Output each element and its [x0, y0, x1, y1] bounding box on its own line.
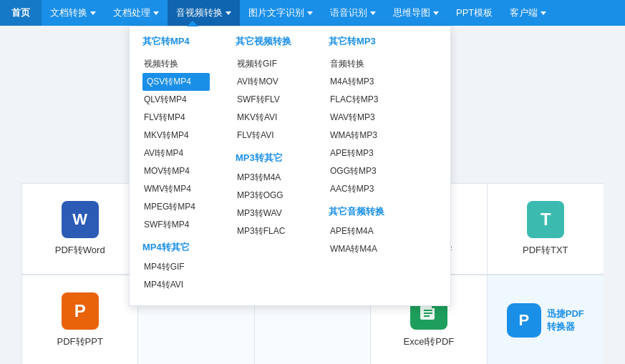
promo-icon: P — [507, 303, 541, 338]
nav-home-label: 首页 — [11, 6, 30, 19]
nav-ppt-template-label: PPT模板 — [456, 6, 493, 19]
navbar: 首页 文档转换 文档处理 音视频转换 图片文字识别 语音识别 思维导图 PPT模… — [0, 0, 625, 26]
dropdown-col1: 其它转MP4 视频转换 QSV转MP4 QLV转MP4 FLV转MP4 MKV转… — [130, 35, 223, 294]
nav-speech-label: 语音识别 — [330, 6, 367, 19]
dd-item-m4a-mp3[interactable]: M4A转MP3 — [329, 73, 396, 91]
dd-item-qsv-mp4[interactable]: QSV转MP4 — [142, 73, 210, 91]
dd-item-mp3-wav[interactable]: MP3转WAV — [236, 205, 303, 222]
nav-ocr-label: 图片文字识别 — [248, 6, 304, 19]
chevron-down-icon — [370, 11, 376, 15]
dd-item-aac-mp3[interactable]: AAC转MP3 — [329, 180, 396, 198]
dd-item-flac-mp3[interactable]: FLAC转MP3 — [329, 91, 396, 109]
dd-item-avi-mov[interactable]: AVI转MOV — [236, 73, 303, 91]
dd-item-mpeg-mp4[interactable]: MPEG转MP4 — [142, 198, 210, 216]
promo-label-line2: 转换器 — [547, 320, 584, 333]
chevron-down-icon — [90, 11, 96, 15]
grid-cell-pdf-word[interactable]: W PDF转Word — [22, 184, 138, 275]
chevron-down-icon — [226, 11, 231, 15]
dd-col3-section-title: 其它音频转换 — [329, 205, 396, 218]
nav-av-convert-label: 音视频转换 — [176, 6, 223, 19]
nav-av-convert[interactable]: 音视频转换 — [168, 0, 240, 26]
dd-item-mp4-avi[interactable]: MP4转AVI — [142, 276, 210, 294]
nav-ocr[interactable]: 图片文字识别 — [240, 0, 321, 26]
grid-cell-promo[interactable]: P 迅捷PDF 转换器 — [488, 275, 604, 364]
dd-item-wma-mp3[interactable]: WMA转MP3 — [329, 127, 396, 144]
chevron-down-icon — [541, 11, 546, 15]
dd-item-mp3-ogg[interactable]: MP3转OGG — [236, 187, 303, 205]
nav-doc-process-label: 文档处理 — [113, 6, 150, 19]
dd-item-flv-avi[interactable]: FLV转AVI — [236, 127, 303, 144]
dd-item-flv-mp4[interactable]: FLV转MP4 — [142, 109, 210, 127]
cell-label-pdf-word: PDF转Word — [55, 244, 105, 257]
nav-ppt-template[interactable]: PPT模板 — [447, 0, 501, 26]
dd-item-wmv-mp4[interactable]: WMV转MP4 — [142, 180, 210, 198]
chevron-down-icon — [433, 11, 439, 15]
dd-item-mp3-flac[interactable]: MP3转FLAC — [236, 222, 303, 240]
dd-item-mp4-gif[interactable]: MP4转GIF — [142, 258, 210, 276]
dd-item-swf-mp4[interactable]: SWF转MP4 — [142, 216, 210, 234]
dd-item-swf-flv[interactable]: SWF转FLV — [236, 91, 303, 109]
ppt-icon: P — [62, 292, 99, 330]
chevron-down-icon — [153, 11, 159, 15]
av-convert-dropdown: 其它转MP4 视频转换 QSV转MP4 QLV转MP4 FLV转MP4 MKV转… — [129, 26, 451, 306]
dd-col1-section-title: MP4转其它 — [142, 241, 210, 254]
promo-label-line1: 迅捷PDF — [547, 308, 584, 320]
nav-doc-process[interactable]: 文档处理 — [105, 0, 168, 26]
dd-item-wma-m4a[interactable]: WMA转M4A — [329, 240, 396, 258]
nav-doc-convert[interactable]: 文档转换 — [42, 0, 105, 26]
word-icon: W — [62, 201, 99, 238]
nav-mindmap-label: 思维导图 — [393, 6, 430, 19]
grid-cell-pdf-txt[interactable]: T PDF转TXT — [488, 184, 604, 275]
nav-speech[interactable]: 语音识别 — [321, 0, 384, 26]
dd-col1-title: 其它转MP4 — [142, 35, 210, 49]
dd-col2-title: 其它视频转换 — [236, 35, 303, 49]
dd-item-mov-mp4[interactable]: MOV转MP4 — [142, 162, 210, 180]
dd-item-mkv-mp4[interactable]: MKV转MP4 — [142, 127, 210, 144]
dd-col2-section-title: MP3转其它 — [236, 152, 303, 164]
cell-label-excel-pdf: Excel转PDF — [403, 335, 454, 348]
nav-mindmap[interactable]: 思维导图 — [384, 0, 447, 26]
dd-col3-title: 其它转MP3 — [329, 35, 396, 49]
nav-client[interactable]: 客户端 — [501, 0, 555, 26]
dd-item-mp3-m4a[interactable]: MP3转M4A — [236, 169, 303, 187]
dropdown-col3: 其它转MP3 音频转换 M4A转MP3 FLAC转MP3 WAV转MP3 WMA… — [316, 35, 409, 294]
dd-item-wav-mp3[interactable]: WAV转MP3 — [329, 109, 396, 127]
cell-label-pdf-ppt: PDF转PPT — [57, 335, 103, 348]
dd-item-ape-mp3[interactable]: APE转MP3 — [329, 144, 396, 162]
dropdown-col2: 其它视频转换 视频转GIF AVI转MOV SWF转FLV MKV转AVI FL… — [223, 35, 316, 294]
nav-client-label: 客户端 — [510, 6, 538, 19]
txt-teal-icon: T — [527, 201, 564, 238]
grid-cell-pdf-ppt[interactable]: P PDF转PPT — [22, 275, 138, 364]
dd-item-audio-convert[interactable]: 音频转换 — [329, 55, 396, 73]
dd-item-avi-mp4[interactable]: AVI转MP4 — [142, 144, 210, 162]
chevron-down-icon — [307, 11, 313, 15]
dd-item-qlv-mp4[interactable]: QLV转MP4 — [142, 91, 210, 109]
nav-home[interactable]: 首页 — [0, 0, 42, 26]
dd-item-video-convert[interactable]: 视频转换 — [142, 55, 210, 73]
nav-doc-convert-label: 文档转换 — [50, 6, 87, 19]
dd-item-ogg-mp3[interactable]: OGG转MP3 — [329, 162, 396, 180]
dd-item-mkv-avi[interactable]: MKV转AVI — [236, 109, 303, 127]
dd-item-video-gif[interactable]: 视频转GIF — [236, 55, 303, 73]
cell-label-pdf-txt: PDF转TXT — [523, 244, 568, 257]
dd-item-ape-m4a[interactable]: APE转M4A — [329, 222, 396, 240]
